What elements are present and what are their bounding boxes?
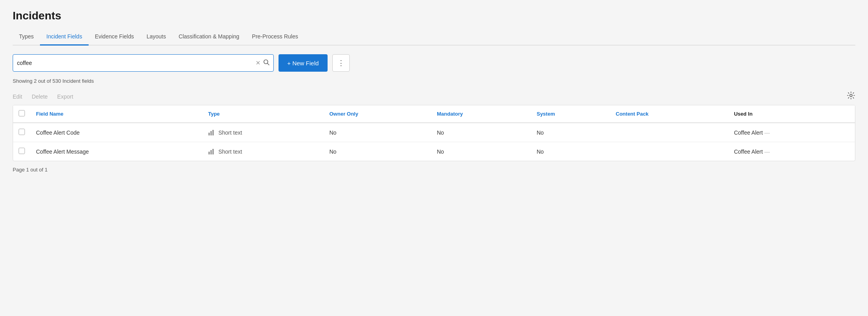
- svg-line-1: [267, 63, 269, 65]
- new-field-button[interactable]: + New Field: [279, 54, 328, 72]
- svg-rect-8: [212, 149, 214, 154]
- row1-type-icon: [208, 129, 215, 136]
- delete-button[interactable]: Delete: [32, 92, 47, 101]
- row2-type-label: Short text: [218, 148, 242, 155]
- header-field-name[interactable]: Field Name: [30, 105, 203, 123]
- row1-checkbox[interactable]: [19, 129, 25, 135]
- ellipsis-icon: ⋮: [337, 59, 345, 67]
- row2-used-in: Coffee Alert —: [728, 142, 855, 161]
- row2-mandatory: No: [431, 142, 531, 161]
- tab-types[interactable]: Types: [13, 30, 40, 46]
- row2-owner-only: No: [324, 142, 432, 161]
- showing-text: Showing 2 out of 530 Incident fields: [13, 78, 855, 84]
- header-owner-only[interactable]: Owner Only: [324, 105, 432, 123]
- page-wrapper: Incidents Types Incident Fields Evidence…: [0, 0, 868, 316]
- row2-system: No: [531, 142, 610, 161]
- row2-checkbox-cell: [13, 142, 30, 161]
- settings-icon[interactable]: [847, 91, 855, 102]
- tab-classification-mapping[interactable]: Classification & Mapping: [172, 30, 246, 46]
- row2-field-name: Coffee Alert Message: [30, 142, 203, 161]
- search-input[interactable]: [17, 60, 256, 66]
- tabs-bar: Types Incident Fields Evidence Fields La…: [13, 30, 855, 46]
- svg-rect-3: [208, 133, 210, 135]
- toolbar-row: Edit Delete Export: [13, 91, 855, 102]
- row1-used-in-dash: —: [764, 129, 770, 136]
- svg-rect-6: [208, 152, 210, 154]
- svg-rect-7: [210, 150, 212, 154]
- svg-point-2: [850, 94, 852, 97]
- table-header-row: Field Name Type Owner Only Mandatory Sys…: [13, 105, 855, 123]
- incident-fields-table: Field Name Type Owner Only Mandatory Sys…: [13, 105, 855, 161]
- header-checkbox-cell: [13, 105, 30, 123]
- svg-rect-5: [212, 130, 214, 135]
- header-mandatory[interactable]: Mandatory: [431, 105, 531, 123]
- table-row: Coffee Alert Message Short text: [13, 142, 855, 161]
- table-row: Coffee Alert Code Short text: [13, 123, 855, 142]
- more-options-button[interactable]: ⋮: [332, 54, 350, 72]
- search-row: ✕ + New Field ⋮: [13, 54, 855, 72]
- header-system[interactable]: System: [531, 105, 610, 123]
- export-button[interactable]: Export: [57, 92, 73, 101]
- row2-type-icon: [208, 148, 215, 155]
- search-icon: [263, 59, 269, 67]
- row1-system: No: [531, 123, 610, 142]
- header-content-pack[interactable]: Content Pack: [610, 105, 728, 123]
- tab-layouts[interactable]: Layouts: [140, 30, 172, 46]
- tab-evidence-fields[interactable]: Evidence Fields: [89, 30, 140, 46]
- row1-used-in: Coffee Alert —: [728, 123, 855, 142]
- row2-used-in-dash: —: [764, 148, 770, 155]
- svg-rect-4: [210, 131, 212, 135]
- select-all-checkbox[interactable]: [19, 110, 25, 116]
- tab-incident-fields[interactable]: Incident Fields: [40, 30, 88, 46]
- row2-content-pack: [610, 142, 728, 161]
- row1-content-pack: [610, 123, 728, 142]
- pagination-text: Page 1 out of 1: [13, 167, 855, 173]
- clear-icon[interactable]: ✕: [256, 59, 261, 67]
- toolbar-actions: Edit Delete Export: [13, 92, 73, 101]
- row2-checkbox[interactable]: [19, 148, 25, 154]
- row1-mandatory: No: [431, 123, 531, 142]
- edit-button[interactable]: Edit: [13, 92, 22, 101]
- search-box: ✕: [13, 54, 274, 72]
- tab-pre-process-rules[interactable]: Pre-Process Rules: [246, 30, 305, 46]
- row1-owner-only: No: [324, 123, 432, 142]
- page-title: Incidents: [13, 10, 855, 22]
- row1-field-name: Coffee Alert Code: [30, 123, 203, 142]
- row1-checkbox-cell: [13, 123, 30, 142]
- row1-type-label: Short text: [218, 129, 242, 136]
- row1-type: Short text: [203, 123, 324, 142]
- header-used-in[interactable]: Used In: [728, 105, 855, 123]
- row2-type: Short text: [203, 142, 324, 161]
- header-type[interactable]: Type: [203, 105, 324, 123]
